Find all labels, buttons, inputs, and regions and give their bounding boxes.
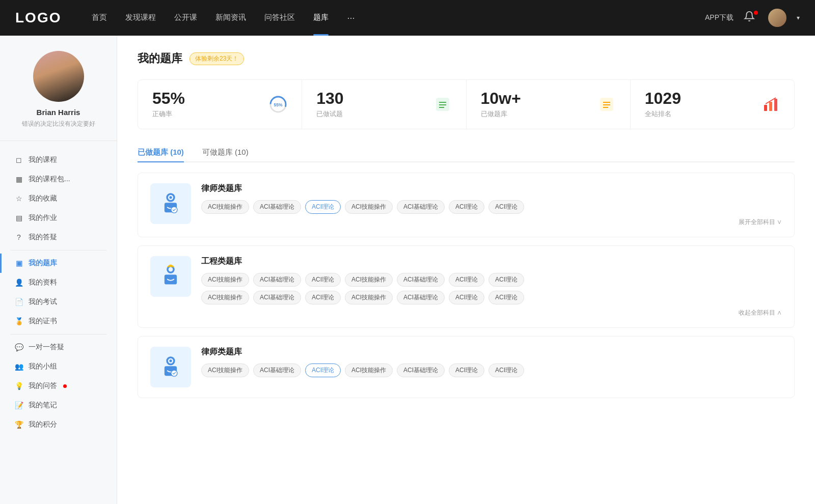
sidebar-item-favorites[interactable]: ☆ 我的收藏	[0, 189, 117, 208]
stat-questions-value: 130	[316, 90, 426, 106]
chat-icon: 💬	[14, 343, 23, 352]
nav-link-discover[interactable]: 发现课程	[125, 13, 156, 23]
tag[interactable]: ACI基础理论	[397, 273, 445, 287]
lawyer-icon-2	[150, 347, 191, 387]
page-title: 我的题库	[138, 51, 182, 66]
tab-done[interactable]: 已做题库 (10)	[138, 144, 184, 161]
tab-available[interactable]: 可做题库 (10)	[202, 144, 249, 161]
tag[interactable]: ACI基础理论	[253, 273, 301, 287]
tag[interactable]: ACI技能操作	[201, 291, 249, 304]
notification-bell[interactable]	[744, 11, 758, 25]
tag[interactable]: ACI基础理论	[397, 200, 445, 214]
nav-link-news[interactable]: 新闻资讯	[215, 13, 246, 23]
nav-link-quiz[interactable]: 题库	[313, 13, 329, 23]
expand-link-lawyer-1[interactable]: 展开全部科目 ∨	[201, 218, 782, 227]
tab-row: 已做题库 (10) 可做题库 (10)	[138, 144, 795, 162]
stat-questions: 130 已做试题	[302, 80, 466, 129]
tag[interactable]: ACI技能操作	[345, 273, 393, 287]
svg-point-22	[169, 265, 172, 267]
sidebar-item-homework[interactable]: ▤ 我的作业	[0, 208, 117, 228]
tag[interactable]: ACI基础理论	[253, 200, 301, 214]
tag[interactable]: ACI理论	[449, 291, 484, 304]
sidebar-label-homework: 我的作业	[29, 213, 57, 222]
stats-row: 55% 正确率 55% 130 已做试题	[138, 79, 795, 129]
sidebar-item-qa[interactable]: 💡 我的问答	[0, 376, 117, 396]
stat-rank-label: 全站排名	[645, 109, 754, 119]
tag[interactable]: ACI基础理论	[253, 363, 301, 377]
nav-link-home[interactable]: 首页	[92, 13, 107, 23]
tag[interactable]: ACI理论	[449, 363, 484, 377]
app-download-link[interactable]: APP下载	[705, 13, 734, 22]
stat-accuracy-value: 55%	[152, 90, 262, 106]
sidebar-item-quiz[interactable]: ▣ 我的题库	[0, 254, 117, 273]
nav-right: APP下载 ▾	[705, 9, 800, 27]
homework-icon: ▤	[14, 213, 23, 222]
sidebar-item-points[interactable]: 🏆 我的积分	[0, 415, 117, 434]
sidebar-item-courses[interactable]: ◻ 我的课程	[0, 150, 117, 170]
category-title-lawyer-2: 律师类题库	[201, 347, 782, 357]
tag[interactable]: ACI技能操作	[345, 200, 393, 214]
logo: LOGO	[15, 10, 61, 26]
sidebar-item-questions[interactable]: ? 我的答疑	[0, 228, 117, 247]
tag[interactable]: ACI理论	[488, 273, 524, 287]
sidebar-item-course-pack[interactable]: ▦ 我的课程包...	[0, 170, 117, 189]
tag-active[interactable]: ACI理论	[305, 363, 341, 377]
sidebar-label-courses: 我的课程	[29, 155, 57, 164]
tag[interactable]: ACI理论	[449, 200, 484, 214]
tag[interactable]: ACI技能操作	[345, 291, 393, 304]
stat-quiz-sets-text: 10w+ 已做题库	[481, 90, 590, 119]
user-dropdown-arrow[interactable]: ▾	[797, 14, 800, 21]
nav-links: 首页 发现课程 公开课 新闻资讯 问答社区 题库 ···	[92, 13, 705, 23]
user-avatar[interactable]	[768, 9, 786, 27]
tag[interactable]: ACI技能操作	[201, 363, 249, 377]
nav-link-qa[interactable]: 问答社区	[264, 13, 295, 23]
nav-link-open[interactable]: 公开课	[174, 13, 197, 23]
exam-icon: 📄	[14, 297, 23, 306]
stat-accuracy-label: 正确率	[152, 109, 262, 119]
category-title-engineer: 工程类题库	[201, 256, 782, 267]
score-icon: 🏆	[14, 420, 23, 429]
tag[interactable]: ACI理论	[488, 200, 524, 214]
tag[interactable]: ACI理论	[305, 291, 341, 304]
tag[interactable]: ACI基础理论	[253, 291, 301, 304]
tag[interactable]: ACI基础理论	[397, 291, 445, 304]
qa-icon: 💡	[14, 381, 23, 390]
sidebar-label-notes: 我的笔记	[29, 401, 57, 410]
nav-more[interactable]: ···	[347, 13, 355, 23]
sidebar-item-notes[interactable]: 📝 我的笔记	[0, 396, 117, 415]
category-card-lawyer-2: 律师类题库 ACI技能操作 ACI基础理论 ACI理论 ACI技能操作 ACI基…	[138, 336, 795, 398]
tag[interactable]: ACI技能操作	[201, 200, 249, 214]
tag-active[interactable]: ACI理论	[305, 200, 341, 214]
tag[interactable]: ACI理论	[488, 363, 524, 377]
sidebar-item-cert[interactable]: 🏅 我的证书	[0, 312, 117, 331]
tag[interactable]: ACI技能操作	[201, 273, 249, 287]
collapse-link-engineer[interactable]: 收起全部科目 ∧	[201, 309, 782, 317]
svg-rect-13	[774, 99, 777, 111]
stat-quiz-sets: 10w+ 已做题库	[467, 80, 631, 129]
sidebar-menu: ◻ 我的课程 ▦ 我的课程包... ☆ 我的收藏 ▤ 我的作业 ? 我的答疑 ▣	[0, 146, 117, 438]
sidebar-label-favorites: 我的收藏	[29, 194, 57, 203]
sidebar-item-group[interactable]: 👥 我的小组	[0, 357, 117, 376]
bell-dot	[754, 11, 758, 15]
category-content-lawyer-2: 律师类题库 ACI技能操作 ACI基础理论 ACI理论 ACI技能操作 ACI基…	[201, 347, 782, 381]
tag[interactable]: ACI基础理论	[397, 363, 445, 377]
category-title-lawyer-1: 律师类题库	[201, 183, 782, 194]
tag[interactable]: ACI理论	[305, 273, 341, 287]
profile-name: Brian Harris	[10, 108, 106, 117]
tag[interactable]: ACI理论	[488, 291, 524, 304]
sidebar-label-profile: 我的资料	[29, 278, 57, 287]
tag[interactable]: ACI理论	[449, 273, 484, 287]
sidebar-label-group: 我的小组	[29, 362, 57, 371]
sidebar-label-course-pack: 我的课程包...	[29, 175, 70, 184]
main-layout: Brian Harris 错误的决定比没有决定要好 ◻ 我的课程 ▦ 我的课程包…	[0, 36, 815, 504]
stat-accuracy: 55% 正确率 55%	[138, 80, 302, 129]
group-icon: 👥	[14, 362, 23, 371]
sidebar-item-profile[interactable]: 👤 我的资料	[0, 273, 117, 292]
sidebar: Brian Harris 错误的决定比没有决定要好 ◻ 我的课程 ▦ 我的课程包…	[0, 36, 117, 504]
sidebar-item-exam[interactable]: 📄 我的考试	[0, 292, 117, 312]
qa-red-dot	[63, 384, 67, 388]
svg-point-17	[169, 196, 172, 199]
sidebar-item-tutoring[interactable]: 💬 一对一答疑	[0, 338, 117, 357]
trial-badge: 体验剩余23天！	[189, 52, 244, 65]
tag[interactable]: ACI技能操作	[345, 363, 393, 377]
